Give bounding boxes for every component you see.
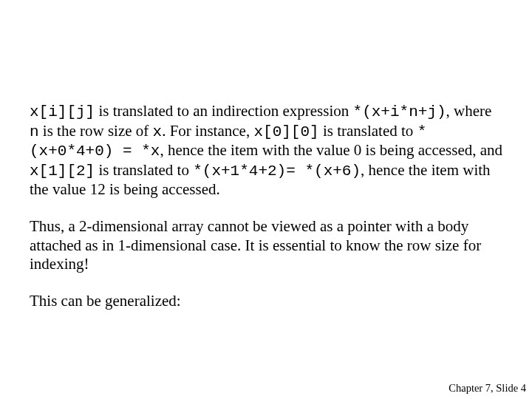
text: is translated to <box>95 161 193 179</box>
code-x: x <box>153 123 163 140</box>
code-x00: x[0][0] <box>253 123 318 140</box>
body-text: x[i][j] is translated to an indirection … <box>30 102 504 328</box>
text: is the row size of <box>39 122 153 140</box>
code-x12: x[1][2] <box>30 163 95 180</box>
code-n: n <box>30 123 39 140</box>
paragraph-3: This can be generalized: <box>30 292 504 311</box>
text: , hence the item with the value 0 is bei… <box>160 141 502 159</box>
code-x-i-j: x[i][j] <box>30 103 95 120</box>
paragraph-2: Thus, a 2-dimensional array cannot be vi… <box>30 217 504 274</box>
slide: x[i][j] is translated to an indirection … <box>0 0 532 399</box>
text: is translated to <box>319 122 417 140</box>
paragraph-1: x[i][j] is translated to an indirection … <box>30 102 504 200</box>
text: . For instance, <box>162 122 253 140</box>
text: is translated to an indirection expressi… <box>95 102 352 120</box>
code-x6: *(x+1*4+2)= *(x+6) <box>193 163 361 180</box>
footer-slide-number: Chapter 7, Slide 4 <box>449 382 526 395</box>
text: , where <box>446 102 492 120</box>
code-indirection: *(x+i*n+j) <box>353 103 446 120</box>
